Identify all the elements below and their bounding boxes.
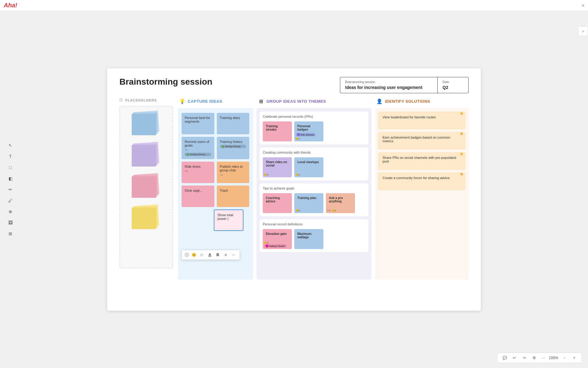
template-icon[interactable]: ⊞ [6, 229, 15, 238]
group-note-personal-badges[interactable]: Personal badges 😊1 Erik Johnson [294, 121, 323, 141]
theme-title-4: Personal record definitions [263, 222, 365, 226]
group-note-max-wattage[interactable]: Maximum wattage [294, 229, 323, 249]
brush-icon[interactable]: 🖊 [6, 196, 15, 205]
star-icon: ★ [459, 151, 464, 157]
note-training-history[interactable]: Training history Ashley Kinney [217, 137, 250, 159]
note-text: Personal badges [297, 125, 310, 131]
note-text: Show total power | [217, 213, 240, 220]
note-ride-times[interactable]: Ride times +1 [182, 162, 214, 183]
note-text: Track [220, 189, 247, 192]
columns-area: ☐ PLACEHOLDERS [107, 98, 481, 282]
note-text: Coaching advice [266, 196, 280, 203]
list-button[interactable]: ≡ [222, 251, 229, 258]
group-icon: ⊞ [258, 98, 264, 104]
text-icon[interactable]: T [6, 152, 15, 161]
solution-leaderboard[interactable]: ★ View leaderboard for favorite routes [378, 112, 466, 129]
comment-button[interactable]: 💬 [501, 354, 508, 362]
cursor-icon[interactable]: ↖ [6, 141, 15, 150]
solution-community-forum[interactable]: ★ Create a community forum for sharing a… [378, 172, 466, 190]
capture-background: Personal best for segments Training diar… [178, 108, 253, 280]
theme-community: Creating community with friends Share ri… [260, 148, 368, 180]
group-label: GROUP IDEAS INTO THEMES [266, 99, 326, 104]
note-publish-rides[interactable]: Publish rides to group chat ↑1 [217, 162, 250, 183]
note-text: Personal best for segments [185, 116, 211, 123]
note-text: Share rides on social [266, 160, 287, 167]
user-name: Ashley Kinney [225, 145, 241, 148]
session-info-box: Brainstorming session Ideas for increasi… [340, 77, 469, 93]
user-dot [187, 153, 189, 156]
user-tag-ashley2: Ashley Kinney [220, 145, 247, 148]
solutions-icon: 👤 [376, 98, 383, 104]
close-button[interactable]: × [582, 3, 584, 8]
placeholders-header: ☐ PLACEHOLDERS [119, 98, 173, 102]
pink-sticky-stack [131, 174, 162, 201]
zoom-in-button[interactable]: + [571, 354, 578, 362]
zoom-level: 106% [549, 356, 558, 360]
note-badge: ↑1 [220, 173, 247, 176]
theme-celebrate-prs: Celebrate personal records (PRs) Trainin… [260, 112, 368, 144]
connect-icon[interactable]: ⊕ [6, 207, 15, 216]
pen-icon[interactable]: ✏ [6, 185, 15, 194]
group-note-share-rides[interactable]: Share rides on social 😊3 [263, 157, 292, 177]
redo-button[interactable]: ↪ [521, 354, 528, 362]
user-tag-ashley: Ashley Kinney [185, 153, 211, 156]
theme-notes-4: Elevation gain 😊2 Kathryn Tirador [263, 229, 365, 249]
group-note-coaching[interactable]: Coaching advice [263, 193, 292, 213]
solution-badges[interactable]: ★ Earn achievement badges based on commo… [378, 132, 466, 150]
star-icon: ★ [459, 171, 464, 177]
date-value: Q2 [443, 85, 463, 90]
group-note-local-meetups[interactable]: Local meetups 😊1 [294, 157, 323, 177]
user-name: Ashley Kinney [190, 153, 205, 156]
title-bar: Aha! × [0, 0, 588, 11]
format-toolbar: 😊 □ A B ≡ ··· [182, 250, 240, 260]
solutions-header: 👤 IDENTIFY SOLUTIONS [375, 98, 469, 104]
box-button[interactable]: □ [198, 251, 205, 258]
page-title: Brainstorming session [119, 77, 212, 87]
placeholders-label: PLACEHOLDERS [125, 98, 157, 102]
identify-solutions-column: 👤 IDENTIFY SOLUTIONS ★ View leaderboard … [375, 98, 469, 282]
note-training-diary[interactable]: Training diary [217, 113, 250, 134]
capture-ideas-column: 💡 CAPTURE IDEAS Personal best for segmen… [178, 98, 253, 282]
note-show-total-power[interactable]: Show total power | [214, 209, 243, 231]
main-canvas: » ↖ T □ ◧ ✏ 🖊 ⊕ 🖼 ⊞ Brainstorming sessio… [0, 11, 588, 368]
note-badge: +1 [185, 148, 211, 151]
capture-header: 💡 CAPTURE IDEAS [178, 98, 253, 104]
session-info-right: Date Q2 [438, 77, 468, 93]
image-icon[interactable]: 🖼 [6, 218, 15, 227]
note-text: Ride times [185, 165, 211, 168]
settings-button[interactable]: ⚙ [530, 354, 538, 362]
shape-icon[interactable]: □ [6, 163, 15, 172]
theme-notes-3: Coaching advice Training plan 😊2 Ask a p… [263, 193, 365, 213]
placeholders-column: ☐ PLACEHOLDERS [119, 98, 173, 282]
note-personal-best[interactable]: Personal best for segments [182, 113, 214, 134]
undo-button[interactable]: ↩ [511, 354, 518, 362]
note-remind-users[interactable]: Remind users of goals +1 Ashley Kinney [182, 137, 214, 159]
star-icon: ★ [459, 110, 464, 116]
note-track[interactable]: Track [217, 186, 250, 207]
emoji-button[interactable]: 😊 [190, 251, 197, 258]
group-note-training-plan[interactable]: Training plan 😊2 [294, 193, 323, 213]
color-picker[interactable] [184, 252, 189, 257]
user-dot [222, 145, 224, 148]
collapse-button[interactable]: » [578, 26, 588, 36]
note-text: Gear upgr... [185, 189, 211, 192]
solutions-background: ★ View leaderboard for favorite routes ★… [375, 108, 469, 280]
group-background: Celebrate personal records (PRs) Trainin… [257, 108, 371, 280]
star-icon: ★ [459, 131, 464, 136]
solution-text: View leaderboard for favorite routes [383, 115, 436, 119]
sticky-icon[interactable]: ◧ [6, 174, 15, 183]
note-gear[interactable]: Gear upgr... [182, 186, 214, 207]
bold-button[interactable]: B [214, 251, 221, 258]
note-text: Local meetups [297, 160, 319, 164]
group-note-training-streaks[interactable]: Training streaks [263, 121, 292, 141]
capture-icon: 💡 [179, 98, 185, 104]
yellow-sticky-stack [131, 205, 162, 233]
solution-share-prs[interactable]: ★ Share PRs on social channels with pre-… [378, 152, 466, 170]
group-note-elevation[interactable]: Elevation gain 😊2 Kathryn Tirador [263, 229, 292, 249]
zoom-out-button[interactable]: − [561, 354, 568, 362]
note-badge: +1 [185, 170, 211, 173]
note-text: Remind users of goals [185, 140, 211, 147]
group-note-ask-pro[interactable]: Ask a pro anything ? 2 😊1 [326, 193, 355, 213]
text-color-button[interactable]: A [206, 251, 213, 258]
more-button[interactable]: ··· [230, 251, 237, 258]
